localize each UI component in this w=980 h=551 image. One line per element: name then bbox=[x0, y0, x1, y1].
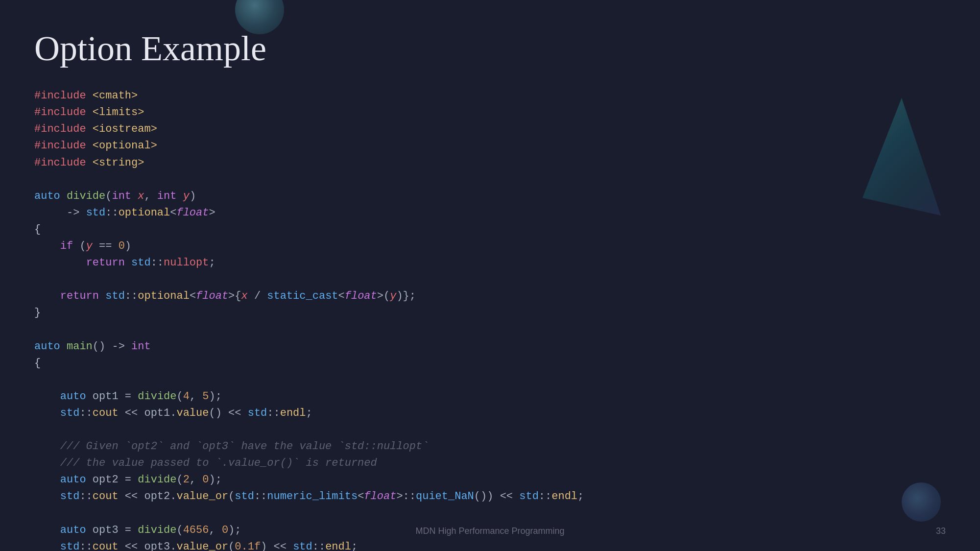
code-line-12 bbox=[34, 271, 946, 288]
code-line-18 bbox=[34, 372, 946, 388]
code-line-4: #include <optional> bbox=[34, 138, 946, 154]
code-line-13: return std::optional<float>{x / static_c… bbox=[34, 288, 946, 305]
code-line-6 bbox=[34, 171, 946, 188]
slide-footer: MDN High Performance Programming bbox=[0, 526, 980, 536]
code-line-25: std::cout << opt2.value_or(std::numeric_… bbox=[34, 488, 946, 505]
footer-text: MDN High Performance Programming bbox=[415, 526, 564, 536]
code-line-14: } bbox=[34, 305, 946, 321]
code-line-20: std::cout << opt1.value() << std::endl; bbox=[34, 405, 946, 422]
code-line-28: std::cout << opt3.value_or(0.1f) << std:… bbox=[34, 539, 946, 551]
code-line-10: if (y == 0) bbox=[34, 238, 946, 255]
code-line-2: #include <limits> bbox=[34, 104, 946, 121]
code-line-5: #include <string> bbox=[34, 155, 946, 171]
code-line-19: auto opt1 = divide(4, 5); bbox=[34, 388, 946, 405]
code-line-16: auto main() -> int bbox=[34, 338, 946, 355]
code-line-11: return std::nullopt; bbox=[34, 255, 946, 271]
code-line-23: /// the value passed to `.value_or()` is… bbox=[34, 455, 946, 472]
code-line-22: /// Given `opt2` and `opt3` have the val… bbox=[34, 438, 946, 455]
code-line-21 bbox=[34, 422, 946, 438]
code-line-7: auto divide(int x, int y) bbox=[34, 188, 946, 205]
code-line-24: auto opt2 = divide(2, 0); bbox=[34, 472, 946, 488]
code-line-26 bbox=[34, 505, 946, 522]
slide-number: 33 bbox=[936, 526, 946, 536]
code-line-17: { bbox=[34, 355, 946, 372]
code-line-15 bbox=[34, 322, 946, 338]
code-line-1: #include <cmath> bbox=[34, 88, 946, 104]
code-block: #include <cmath> #include <limits> #incl… bbox=[34, 88, 946, 551]
code-line-9: { bbox=[34, 221, 946, 238]
code-line-8: -> std::optional<float> bbox=[34, 205, 946, 221]
slide-title: Option Example bbox=[34, 29, 946, 68]
code-line-3: #include <iostream> bbox=[34, 121, 946, 138]
slide-content: Option Example #include <cmath> #include… bbox=[0, 0, 980, 551]
